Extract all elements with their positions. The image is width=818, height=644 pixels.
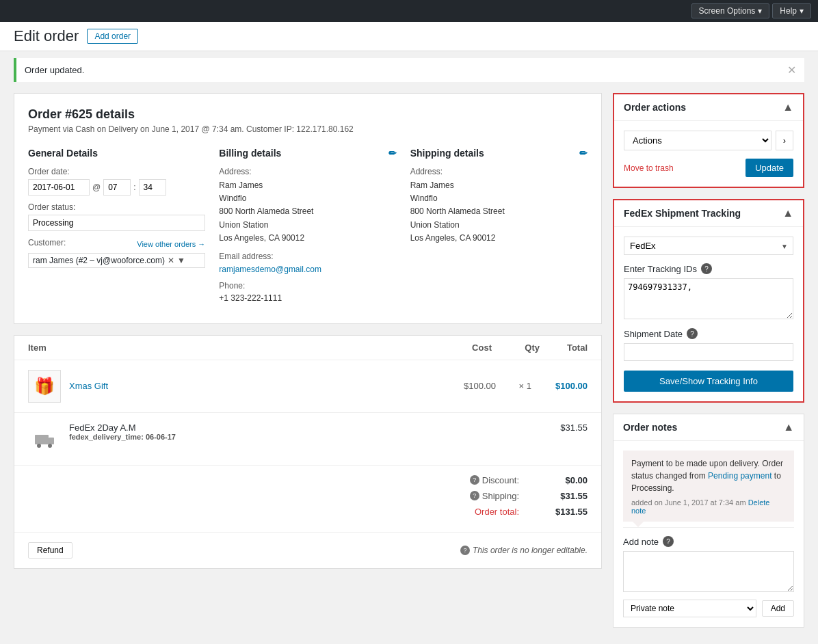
billing-email-label: Email address:	[219, 252, 396, 261]
add-note-button[interactable]: Add	[762, 600, 794, 617]
order-status-select[interactable]: Processing Pending payment On hold Compl…	[28, 215, 205, 231]
order-notes-title: Order notes	[623, 422, 677, 433]
discount-help-icon[interactable]: ?	[470, 475, 479, 485]
billing-email-row: Email address: ramjamesdemo@gmail.com	[219, 252, 396, 274]
general-details-title: General Details	[28, 148, 205, 159]
billing-phone-label: Phone:	[219, 281, 396, 291]
add-order-button[interactable]: Add order	[87, 29, 138, 44]
order-total-row: Order total: $131.55	[28, 507, 588, 517]
tracking-ids-textarea[interactable]: 794697931337,	[624, 278, 793, 319]
shipping-details-title: Shipping details ✏	[410, 148, 588, 159]
note-tail	[633, 522, 644, 527]
order-status-label: Order status:	[28, 202, 205, 212]
shipping-help-icon[interactable]: ?	[470, 491, 479, 500]
add-note-textarea[interactable]	[623, 551, 794, 592]
add-note-help-icon[interactable]: ?	[663, 536, 674, 547]
general-grid: General Details Order date: @ : O	[28, 148, 588, 310]
col-qty: Qty	[492, 343, 540, 353]
billing-address-label: Address:	[219, 167, 396, 176]
shipment-date-label: Shipment Date ?	[624, 328, 793, 339]
tracking-ids-help-icon[interactable]: ?	[701, 263, 712, 274]
order-actions-collapse-btn[interactable]: ▲	[782, 101, 793, 113]
chevron-down-icon: ▾	[758, 6, 762, 16]
actions-row: Actions ›	[624, 131, 793, 150]
item-total: $100.00	[540, 381, 588, 391]
note-text: Payment to be made upon delivery. Order …	[631, 457, 786, 494]
col-total: Total	[540, 343, 588, 353]
shipping-total-label: ? Shipping:	[470, 491, 519, 501]
close-icon[interactable]: ✕	[787, 64, 796, 77]
order-notes-header: Order notes ▲	[614, 414, 804, 441]
discount-row: ? Discount: $0.00	[28, 475, 588, 485]
order-details-subtitle: Payment via Cash on Delivery on June 1, …	[28, 124, 588, 134]
customer-value: ram James (#2 – vj@wooforce.com)	[33, 256, 165, 265]
billing-phone-value: +1 323-222-1111	[219, 293, 396, 303]
order-details-title: Order #625 details	[28, 107, 588, 122]
divider	[623, 527, 794, 528]
shipping-total-value: $31.55	[533, 491, 588, 501]
fedex-carrier-select[interactable]: FedEx	[624, 237, 793, 255]
items-table-header: Item Cost Qty Total	[14, 336, 601, 360]
billing-address-row: Address: Ram James Windflo 800 North Ala…	[219, 167, 396, 245]
customer-select-wrapper: ram James (#2 – vj@wooforce.com) ✕ ▼	[28, 253, 205, 268]
update-button[interactable]: Update	[746, 159, 793, 177]
notice-bar: Order updated. ✕	[14, 58, 804, 82]
order-actions-header: Order actions ▲	[614, 94, 803, 121]
page-header: Edit order Add order	[0, 22, 818, 51]
billing-address: Ram James Windflo 800 North Alameda Stre…	[219, 179, 396, 245]
order-total-label: Order total:	[475, 507, 519, 517]
customer-chevron-icon[interactable]: ▼	[177, 256, 185, 265]
view-orders-link[interactable]: View other orders →	[137, 240, 205, 248]
tracking-ids-label: Enter Tracking IDs ?	[624, 263, 793, 274]
shipping-edit-icon[interactable]: ✏	[579, 148, 588, 159]
order-notes-box: Order notes ▲ Payment to be made upon de…	[613, 414, 804, 628]
note-type-select[interactable]: Private note Note to customer	[623, 600, 756, 617]
shipping-address-label: Address:	[410, 167, 588, 176]
shipping-meta: fedex_delivery_time: 06-06-17	[69, 433, 531, 441]
svg-rect-1	[49, 438, 54, 444]
col-cost: Cost	[444, 343, 492, 353]
refund-button[interactable]: Refund	[28, 542, 72, 559]
save-tracking-button[interactable]: Save/Show Tracking Info	[624, 371, 793, 392]
svg-rect-0	[35, 435, 49, 444]
page-title: Edit order	[14, 27, 79, 45]
chevron-down-icon: ▾	[800, 6, 804, 16]
help-button[interactable]: Help ▾	[772, 3, 811, 18]
actions-bottom: Move to trash Update	[624, 159, 793, 177]
add-note-label: Add note ?	[623, 536, 794, 547]
pending-payment-link[interactable]: Pending payment	[708, 471, 771, 481]
table-row: 🎁 Xmas Gift $100.00 × 1 $100.00	[14, 360, 601, 413]
shipment-date-input[interactable]	[624, 343, 793, 361]
order-actions-title: Order actions	[624, 102, 686, 113]
order-time-hour-input[interactable]	[103, 179, 131, 196]
items-table: Item Cost Qty Total 🎁 Xmas Gift $100.00 …	[14, 335, 602, 569]
shipping-icon	[28, 422, 61, 455]
shipping-details: FedEx 2Day A.M fedex_delivery_time: 06-0…	[69, 422, 531, 441]
billing-email-link[interactable]: ramjamesdemo@gmail.com	[219, 265, 321, 274]
not-editable-help-icon[interactable]: ?	[460, 546, 470, 555]
actions-select[interactable]: Actions	[624, 131, 771, 150]
customer-remove-icon[interactable]: ✕	[168, 256, 174, 265]
customer-row: Customer: View other orders → ram James …	[28, 238, 205, 268]
screen-options-button[interactable]: Screen Options ▾	[691, 3, 770, 18]
order-status-row: Order status: Processing Pending payment…	[28, 202, 205, 231]
main-layout: Order #625 details Payment via Cash on D…	[0, 82, 818, 644]
item-name-link[interactable]: Xmas Gift	[69, 381, 108, 391]
order-date-input[interactable]	[28, 179, 90, 196]
totals-section: ? Discount: $0.00 ? Shipping: $31.55 Ord…	[14, 466, 601, 532]
screen-options-label: Screen Options	[699, 6, 756, 16]
billing-edit-icon[interactable]: ✏	[388, 148, 397, 159]
shipping-address-row: Address: Ram James Windflo 800 North Ala…	[410, 167, 588, 245]
shipping-address: Ram James Windflo 800 North Alameda Stre…	[410, 179, 588, 245]
order-time-min-input[interactable]	[139, 179, 166, 196]
left-panel: Order #625 details Payment via Cash on D…	[14, 93, 602, 639]
at-sign: @	[92, 183, 101, 192]
help-label: Help	[780, 6, 797, 16]
order-total-value: $131.55	[533, 507, 588, 517]
actions-go-button[interactable]: ›	[776, 131, 793, 150]
shipment-date-help-icon[interactable]: ?	[687, 328, 698, 339]
order-notes-collapse-btn[interactable]: ▲	[783, 421, 794, 433]
fedex-collapse-btn[interactable]: ▲	[782, 207, 793, 219]
fedex-tracking-header: FedEx Shipment Tracking ▲	[614, 200, 803, 227]
move-to-trash-link[interactable]: Move to trash	[624, 163, 674, 173]
